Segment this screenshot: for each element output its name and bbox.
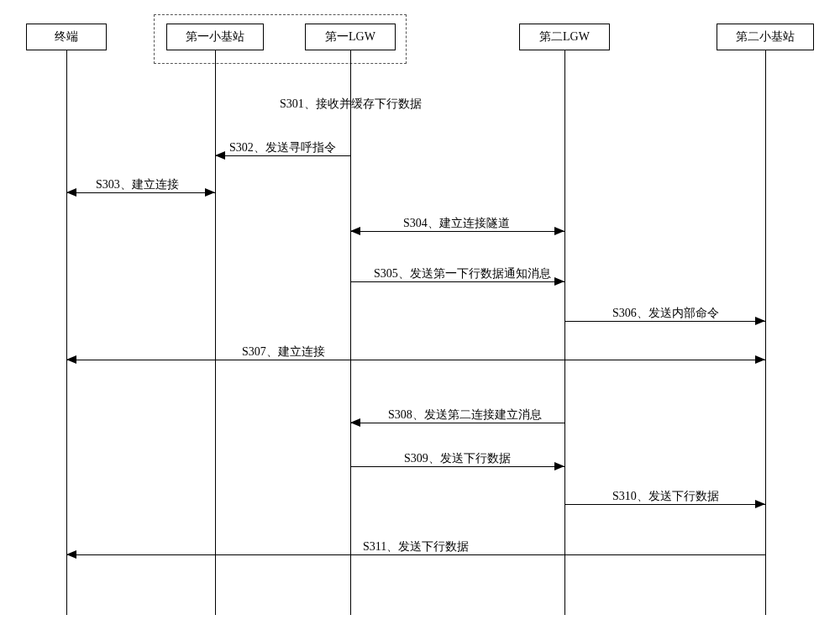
- msg-s302-arrow: [215, 151, 225, 160]
- msg-s306-line: [564, 321, 765, 322]
- lifeline-lgw-2: [564, 50, 565, 615]
- msg-s311-arrow: [66, 550, 76, 559]
- msg-s302-line: [215, 155, 350, 156]
- msg-s301-label: S301、接收并缓存下行数据: [280, 97, 422, 112]
- msg-s304-arrow-l: [350, 227, 360, 235]
- lifeline-terminal: [66, 50, 67, 615]
- actor-small-bs-1-label: 第一小基站: [186, 29, 244, 45]
- actor-small-bs-1: 第一小基站: [166, 24, 264, 50]
- msg-s306-arrow: [755, 317, 765, 325]
- msg-s306-label: S306、发送内部命令: [611, 306, 721, 321]
- msg-s303-line: [66, 192, 215, 193]
- msg-s304-label: S304、建立连接隧道: [402, 216, 512, 231]
- msg-s304-arrow-r: [554, 227, 564, 235]
- msg-s307-arrow-r: [755, 355, 765, 364]
- msg-s310-line: [564, 504, 765, 505]
- msg-s310-label: S310、发送下行数据: [611, 489, 721, 504]
- lifeline-lgw-1: [350, 50, 351, 615]
- actor-lgw-1-label: 第一LGW: [325, 29, 375, 45]
- msg-s310-arrow: [755, 500, 765, 508]
- msg-s303-arrow-r: [205, 188, 215, 197]
- msg-s305-line: [350, 281, 564, 282]
- msg-s308-arrow: [350, 418, 360, 427]
- msg-s303-label: S303、建立连接: [94, 177, 181, 192]
- msg-s307-line: [66, 360, 765, 360]
- msg-s311-line: [66, 554, 765, 555]
- msg-s302-label: S302、发送寻呼指令: [228, 140, 338, 155]
- actor-lgw-2-label: 第二LGW: [539, 29, 590, 45]
- sequence-diagram: 终端 第一小基站 第一LGW 第二LGW 第二小基站 S301、接收并缓存下行数…: [0, 0, 840, 620]
- msg-s309-label: S309、发送下行数据: [402, 451, 512, 466]
- msg-s309-line: [350, 466, 564, 467]
- actor-lgw-2: 第二LGW: [519, 24, 610, 50]
- actor-small-bs-2-label: 第二小基站: [736, 29, 795, 45]
- msg-s303-arrow-l: [66, 188, 76, 197]
- lifeline-small-bs-2: [765, 50, 766, 615]
- lifeline-small-bs-1: [215, 50, 216, 615]
- msg-s307-label: S307、建立连接: [240, 344, 327, 360]
- actor-lgw-1: 第一LGW: [305, 24, 396, 50]
- actor-terminal: 终端: [26, 24, 107, 50]
- msg-s304-line: [350, 231, 564, 232]
- msg-s305-arrow: [554, 277, 564, 286]
- msg-s311-label: S311、发送下行数据: [361, 539, 470, 554]
- msg-s305-label: S305、发送第一下行数据通知消息: [372, 266, 553, 281]
- actor-small-bs-2: 第二小基站: [717, 24, 814, 50]
- msg-s309-arrow: [554, 462, 564, 470]
- msg-s307-arrow-l: [66, 355, 76, 364]
- msg-s308-line: [350, 423, 564, 423]
- actor-terminal-label: 终端: [55, 29, 78, 45]
- msg-s308-label: S308、发送第二连接建立消息: [386, 407, 543, 423]
